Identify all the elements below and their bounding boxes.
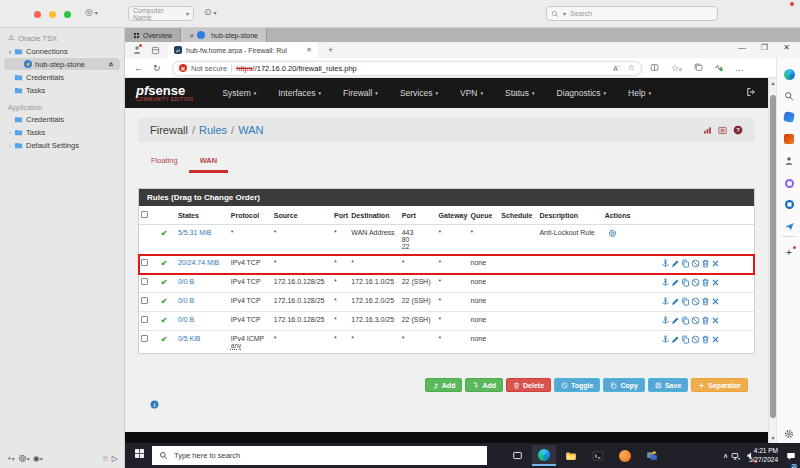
edit-pencil-icon[interactable] <box>671 278 680 287</box>
computer-name-dropdown[interactable]: Computer Name ▾ <box>128 6 194 21</box>
rule-row-6[interactable]: ✔0/5 KiBIPv4 ICMPany*****none <box>139 331 754 354</box>
favorite-star-icon[interactable]: ☆ <box>628 63 635 72</box>
disable-rule-ban-icon[interactable] <box>691 316 700 325</box>
record-session-menu[interactable]: ⊙▾ <box>204 7 217 17</box>
add-connection-button[interactable]: +▾ <box>7 454 15 463</box>
menu-status[interactable]: Status▾ <box>494 88 546 98</box>
window-close-button[interactable]: ✕ <box>783 43 790 52</box>
disable-rule-ban-icon[interactable] <box>691 278 700 287</box>
breadcrumb-rules[interactable]: Rules <box>199 124 227 136</box>
browser-profile-button[interactable] <box>132 45 142 57</box>
mac-close-button[interactable] <box>34 11 41 18</box>
copy-rule-icon[interactable] <box>681 297 690 306</box>
sidebar-item-credentials[interactable]: Credentials <box>4 113 120 125</box>
menu-diagnostics[interactable]: Diagnostics▾ <box>546 88 617 98</box>
connect-button[interactable]: ▷ <box>112 454 118 463</box>
tab-floating[interactable]: Floating <box>140 152 189 173</box>
move-anchor-icon[interactable] <box>661 278 670 287</box>
help-icon[interactable]: ? <box>733 125 743 135</box>
rule-enabled-check-icon[interactable]: ✔ <box>161 259 168 268</box>
disable-rule-ban-icon[interactable] <box>691 297 700 306</box>
rule-enabled-check-icon[interactable]: ✔ <box>161 229 168 238</box>
rule-enabled-check-icon[interactable]: ✔ <box>161 278 168 287</box>
edge-taskbar-icon[interactable] <box>532 445 556 466</box>
rule-enabled-check-icon[interactable]: ✔ <box>161 297 168 306</box>
network-menu[interactable]: ◉▾ <box>33 454 43 463</box>
remote-tab-hub-step-stone[interactable]: ✕hub-step-stone <box>181 28 267 42</box>
menu-interfaces[interactable]: Interfaces▾ <box>267 88 332 98</box>
pfsense-logo[interactable]: pfsense COMMUNITY EDITION <box>136 84 193 103</box>
chevron-collapsed-icon[interactable]: › <box>6 129 14 135</box>
delete-rule-x-icon[interactable] <box>711 335 720 344</box>
rule-checkbox[interactable] <box>141 278 148 285</box>
menu-services[interactable]: Services▾ <box>389 88 449 98</box>
workspaces-button[interactable] <box>151 46 160 57</box>
browser-tab[interactable]: pf hub-fw.home.arpa - Firewall: Rul ✕ <box>168 42 318 58</box>
disable-rule-ban-icon[interactable] <box>691 259 700 268</box>
copy-rule-icon[interactable] <box>681 335 690 344</box>
mac-minimize-button[interactable] <box>49 11 56 18</box>
refresh-icon[interactable]: ↻ <box>153 63 161 73</box>
taskbar-search[interactable]: Type here to search <box>152 446 487 465</box>
delete-rule-x-icon[interactable] <box>711 297 720 306</box>
delete-rule-trash-icon[interactable] <box>701 335 710 344</box>
new-tab-button[interactable]: + <box>328 45 333 55</box>
chevron-expanded-icon[interactable]: ∨ <box>6 48 14 55</box>
menu-help[interactable]: Help▾ <box>617 88 662 98</box>
delete-rule-x-icon[interactable] <box>711 316 720 325</box>
split-screen-icon[interactable] <box>650 63 659 74</box>
delete-rule-trash-icon[interactable] <box>701 259 710 268</box>
start-button[interactable] <box>134 448 145 461</box>
designer-icon[interactable] <box>783 111 795 123</box>
new-item-icon[interactable]: + <box>783 246 795 258</box>
network-icon[interactable] <box>731 443 741 468</box>
delete-rule-trash-icon[interactable] <box>701 297 710 306</box>
menu-firewall[interactable]: Firewall▾ <box>332 88 389 98</box>
rule-checkbox[interactable] <box>141 316 148 323</box>
copilot-icon[interactable] <box>783 68 795 80</box>
tab-close-icon[interactable]: ✕ <box>306 46 312 54</box>
sidebar-item-default-settings[interactable]: ›Default Settings <box>4 139 120 151</box>
delete-rule-x-icon[interactable] <box>711 278 720 287</box>
move-anchor-icon[interactable] <box>661 259 670 268</box>
sidebar-folder-connections[interactable]: ∨Connections <box>4 45 120 57</box>
address-bar[interactable]: ✕ Not secure https//172.16.0.20/firewall… <box>172 61 642 76</box>
rule-checkbox[interactable] <box>141 259 148 266</box>
separator-plus-button[interactable]: Separator <box>691 378 748 392</box>
copy-rule-icon[interactable] <box>681 316 690 325</box>
copy-rule-icon[interactable] <box>681 278 690 287</box>
info-icon[interactable]: i <box>150 400 159 411</box>
outlook-icon[interactable] <box>783 198 795 210</box>
delete-rule-trash-icon[interactable] <box>701 278 710 287</box>
toggle-ban-button[interactable]: Toggle <box>554 378 600 392</box>
move-anchor-icon[interactable] <box>661 297 670 306</box>
microsoft-365-icon[interactable] <box>783 133 795 145</box>
states-link[interactable]: 0/0 B <box>178 316 194 323</box>
sidebar-root-item[interactable]: ⚠Oracle TSX <box>4 32 120 44</box>
edit-pencil-icon[interactable] <box>671 297 680 306</box>
settings-gear-icon[interactable] <box>783 428 795 440</box>
clock[interactable]: 4:21 PM 5/27/2024 <box>749 443 778 468</box>
remote-tab-overview[interactable]: Overview <box>125 28 181 42</box>
copy-copy-button[interactable]: Copy <box>603 378 645 392</box>
logout-icon[interactable] <box>746 87 756 99</box>
edit-pencil-icon[interactable] <box>671 335 680 344</box>
page-scrollbar[interactable]: ▲ ▼ <box>768 78 776 443</box>
remote-desktop-taskbar-icon[interactable] <box>640 445 664 466</box>
orange-app-taskbar-icon[interactable] <box>613 445 637 466</box>
favorites-filter-button[interactable]: ☆ <box>102 454 109 463</box>
states-link[interactable]: 0/0 B <box>178 278 194 285</box>
copy-rule-icon[interactable] <box>681 259 690 268</box>
task-view-taskbar-icon[interactable] <box>505 445 529 466</box>
status-chart-icon[interactable] <box>703 126 712 135</box>
favorites-bar-icon[interactable]: ☆≡ <box>671 63 682 73</box>
states-link[interactable]: 0/5 KiB <box>178 335 201 342</box>
menu-vpn[interactable]: VPN▾ <box>449 88 494 98</box>
sidebar-item-credentials[interactable]: Credentials <box>4 71 120 83</box>
move-anchor-icon[interactable] <box>661 316 670 325</box>
save-save-button[interactable]: Save <box>648 378 688 392</box>
select-all-checkbox[interactable] <box>141 211 148 218</box>
drop-icon[interactable] <box>783 220 795 232</box>
rule-enabled-check-icon[interactable]: ✔ <box>161 335 168 344</box>
add-level-up-button[interactable]: Add <box>425 378 463 392</box>
